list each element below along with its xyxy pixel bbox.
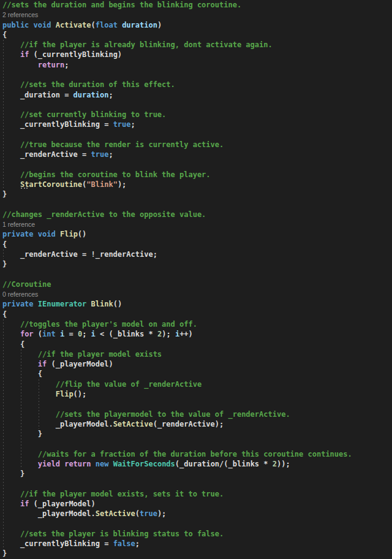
blank-line[interactable] — [0, 70, 392, 80]
code-line[interactable]: //changes _renderActive to the opposite … — [0, 210, 392, 219]
code-token — [34, 300, 38, 308]
code-line[interactable]: //if the player model exists — [0, 349, 392, 359]
blank-line[interactable] — [0, 399, 392, 409]
code-token — [2, 50, 20, 59]
code-line[interactable]: StartCoroutine("Blink"); — [0, 180, 392, 189]
code-token: private — [2, 230, 34, 238]
blank-line[interactable] — [0, 130, 392, 140]
code-line[interactable]: { — [0, 240, 392, 249]
code-token: return — [38, 61, 64, 69]
code-token: StartCoroutine — [20, 180, 82, 189]
code-line[interactable]: if (_playerModel) — [0, 359, 392, 369]
code-line[interactable]: if (_playerModel) — [0, 499, 392, 509]
code-token: void — [34, 21, 51, 29]
code-token: ( — [135, 509, 140, 518]
code-token: _renderActive = — [2, 150, 91, 159]
codelens-line[interactable]: 0 references — [0, 289, 392, 299]
code-token: (); — [74, 390, 87, 398]
blank-line[interactable] — [0, 439, 392, 449]
code-token: (_playerModel) — [29, 500, 95, 508]
code-line[interactable]: //sets the playermodel to the value of _… — [0, 409, 392, 419]
code-line[interactable]: _renderActive = !_renderActive; — [0, 249, 392, 259]
code-line[interactable]: return; — [0, 60, 392, 70]
code-line[interactable]: { — [0, 340, 392, 349]
code-line[interactable]: } — [0, 549, 392, 558]
code-token: new — [96, 460, 109, 468]
code-token: ); — [162, 330, 175, 338]
code-token: ; — [82, 330, 91, 338]
code-token: WaitForSeconds — [113, 460, 175, 468]
code-line[interactable]: } — [0, 189, 392, 199]
code-line[interactable]: Flip(); — [0, 389, 392, 399]
code-token: //waits for a fraction of the duration b… — [2, 450, 352, 458]
codelens-line[interactable]: 1 reference — [0, 219, 392, 229]
code-token: () — [78, 230, 86, 238]
code-token: float — [96, 21, 118, 29]
code-line[interactable]: _playerModel.SetActive(_renderActive); — [0, 419, 392, 429]
code-line[interactable]: _renderActive = true; — [0, 150, 392, 159]
code-token: ; — [135, 539, 140, 548]
codelens-references-link[interactable]: 0 references — [2, 291, 38, 298]
code-editor[interactable]: //sets the duration and begins the blink… — [0, 0, 392, 559]
code-token: //sets the playermodel to the value of _… — [2, 410, 290, 419]
code-token: (_currentlyBlinking) — [29, 50, 122, 59]
code-token: { — [2, 240, 7, 249]
code-line[interactable]: //sets the player is blinking status to … — [0, 529, 392, 539]
code-line[interactable]: _playerModel.SetActive(true); — [0, 509, 392, 519]
code-line[interactable]: yield return new WaitForSeconds(_duratio… — [0, 459, 392, 469]
code-line[interactable]: private IEnumerator Blink() — [0, 299, 392, 309]
code-line[interactable]: //waits for a fraction of the duration b… — [0, 449, 392, 459]
code-line[interactable]: } — [0, 259, 392, 269]
code-line[interactable]: //toggles the player's model on and off. — [0, 319, 392, 329]
codelens-line[interactable]: 2 references — [0, 10, 392, 20]
code-line[interactable]: { — [0, 30, 392, 40]
codelens-references-link[interactable]: 1 reference — [2, 221, 35, 228]
code-line[interactable]: private void Flip() — [0, 229, 392, 239]
code-line[interactable]: for (int i = 0; i < (_blinks * 2); i++) — [0, 329, 392, 339]
code-token: SetActive — [96, 509, 135, 518]
code-line[interactable]: //begins the coroutine to blink the play… — [0, 170, 392, 180]
code-token: public — [2, 21, 29, 29]
code-token: ( — [91, 21, 96, 29]
code-line[interactable]: } — [0, 429, 392, 439]
blank-line[interactable] — [0, 519, 392, 529]
blank-line[interactable] — [0, 270, 392, 280]
code-token — [2, 330, 20, 338]
code-token: if — [38, 360, 47, 368]
blank-line[interactable] — [0, 479, 392, 489]
code-token: () — [113, 300, 122, 308]
code-token — [2, 61, 38, 69]
code-line[interactable]: { — [0, 369, 392, 379]
code-token — [2, 500, 20, 508]
code-line[interactable]: //Coroutine — [0, 280, 392, 289]
code-line[interactable]: //sets the duration and begins the blink… — [0, 0, 392, 10]
code-line[interactable]: if (_currentlyBlinking) — [0, 50, 392, 59]
code-token: //set currently blinking to true. — [2, 110, 166, 119]
code-token: _currentlyBlinking = — [2, 539, 113, 548]
code-line[interactable]: _duration = duration; — [0, 90, 392, 100]
code-token — [2, 180, 20, 189]
code-line[interactable]: //set currently blinking to true. — [0, 110, 392, 120]
blank-line[interactable] — [0, 160, 392, 170]
code-token: yield — [38, 460, 60, 468]
code-line[interactable]: _currentlyBlinking = true; — [0, 120, 392, 129]
code-line[interactable]: //true because the render is currently a… — [0, 140, 392, 150]
code-token — [2, 390, 56, 398]
code-line[interactable]: //flip the value of _renderActive — [0, 379, 392, 389]
code-token: { — [2, 370, 42, 378]
code-line[interactable]: } — [0, 469, 392, 479]
code-token — [86, 300, 91, 308]
code-line[interactable]: public void Activate(float duration) — [0, 20, 392, 30]
code-token: ; — [108, 150, 113, 159]
code-token: if — [20, 50, 29, 59]
blank-line[interactable] — [0, 100, 392, 110]
codelens-references-link[interactable]: 2 references — [2, 11, 38, 18]
code-token — [56, 330, 60, 338]
code-line[interactable]: //sets the duration of this effect. — [0, 80, 392, 89]
code-token: } — [2, 470, 24, 478]
code-line[interactable]: //if the player model exists, sets it to… — [0, 489, 392, 499]
blank-line[interactable] — [0, 200, 392, 210]
code-line[interactable]: _currentlyBlinking = false; — [0, 539, 392, 549]
code-line[interactable]: { — [0, 310, 392, 319]
code-line[interactable]: //if the player is already blinking, don… — [0, 40, 392, 50]
